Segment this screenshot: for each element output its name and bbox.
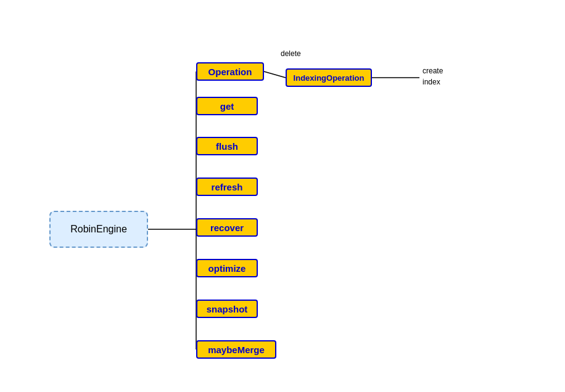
flush-node: flush (196, 137, 258, 155)
create-edge-label: create (423, 67, 443, 75)
recover-label: recover (210, 223, 244, 233)
robin-engine-node: RobinEngine (49, 211, 148, 248)
optimize-node: optimize (196, 259, 258, 277)
svg-line-10 (264, 71, 286, 78)
snapshot-label: snapshot (207, 304, 248, 314)
delete-edge-label: delete (281, 49, 301, 58)
indexing-operation-label: IndexingOperation (294, 73, 365, 83)
maybe-merge-node: maybeMerge (196, 340, 276, 359)
diagram-container: RobinEngine Operation IndexingOperation … (0, 0, 565, 392)
index-edge-label: index (423, 78, 440, 86)
snapshot-node: snapshot (196, 300, 258, 318)
get-label: get (220, 101, 234, 112)
refresh-label: refresh (212, 182, 243, 192)
flush-label: flush (216, 141, 238, 152)
get-node: get (196, 97, 258, 115)
diagram-svg (0, 0, 565, 392)
optimize-label: optimize (208, 263, 246, 274)
recover-node: recover (196, 218, 258, 237)
indexing-operation-node: IndexingOperation (286, 68, 372, 87)
operation-node: Operation (196, 62, 264, 81)
maybe-merge-label: maybeMerge (208, 345, 265, 355)
robin-engine-label: RobinEngine (70, 224, 127, 235)
refresh-node: refresh (196, 178, 258, 196)
operation-label: Operation (208, 67, 252, 77)
